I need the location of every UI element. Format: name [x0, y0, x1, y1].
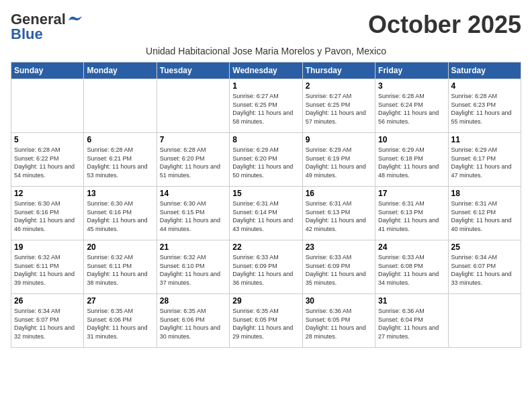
calendar-cell: 15Sunrise: 6:31 AM Sunset: 6:14 PM Dayli… [230, 187, 302, 240]
calendar-week-row: 12Sunrise: 6:30 AM Sunset: 6:16 PM Dayli… [11, 187, 521, 240]
calendar-week-row: 5Sunrise: 6:28 AM Sunset: 6:22 PM Daylig… [11, 133, 521, 187]
day-number: 14 [160, 189, 226, 198]
day-info: Sunrise: 6:32 AM Sunset: 6:11 PM Dayligh… [14, 253, 81, 287]
calendar-cell: 12Sunrise: 6:30 AM Sunset: 6:16 PM Dayli… [11, 187, 84, 240]
calendar-cell: 4Sunrise: 6:28 AM Sunset: 6:23 PM Daylig… [448, 79, 521, 133]
calendar-week-row: 19Sunrise: 6:32 AM Sunset: 6:11 PM Dayli… [11, 240, 521, 294]
calendar-header-row: SundayMondayTuesdayWednesdayThursdayFrid… [11, 62, 521, 79]
day-number: 1 [232, 81, 299, 91]
day-number: 15 [232, 189, 299, 198]
weekday-header: Monday [84, 62, 157, 79]
day-number: 22 [232, 242, 299, 252]
calendar-cell: 10Sunrise: 6:29 AM Sunset: 6:18 PM Dayli… [375, 133, 448, 187]
calendar-cell: 20Sunrise: 6:32 AM Sunset: 6:11 PM Dayli… [84, 240, 157, 294]
month-title: October 2025 [368, 11, 521, 39]
day-info: Sunrise: 6:27 AM Sunset: 6:25 PM Dayligh… [306, 92, 372, 126]
calendar-cell [84, 79, 157, 133]
calendar-cell: 11Sunrise: 6:29 AM Sunset: 6:17 PM Dayli… [448, 133, 521, 187]
day-info: Sunrise: 6:28 AM Sunset: 6:20 PM Dayligh… [160, 146, 226, 179]
day-number: 24 [378, 242, 445, 252]
calendar-cell: 26Sunrise: 6:34 AM Sunset: 6:07 PM Dayli… [11, 294, 84, 348]
day-info: Sunrise: 6:33 AM Sunset: 6:09 PM Dayligh… [306, 253, 372, 287]
calendar-cell: 16Sunrise: 6:31 AM Sunset: 6:13 PM Dayli… [302, 187, 375, 240]
calendar-cell: 25Sunrise: 6:34 AM Sunset: 6:07 PM Dayli… [448, 240, 521, 294]
day-info: Sunrise: 6:31 AM Sunset: 6:13 PM Dayligh… [378, 199, 445, 233]
day-number: 13 [87, 189, 153, 198]
calendar-cell: 2Sunrise: 6:27 AM Sunset: 6:25 PM Daylig… [302, 79, 375, 133]
day-info: Sunrise: 6:35 AM Sunset: 6:06 PM Dayligh… [160, 307, 226, 340]
day-info: Sunrise: 6:35 AM Sunset: 6:06 PM Dayligh… [87, 307, 153, 340]
calendar-cell: 30Sunrise: 6:36 AM Sunset: 6:05 PM Dayli… [302, 294, 375, 348]
day-info: Sunrise: 6:36 AM Sunset: 6:04 PM Dayligh… [378, 307, 445, 340]
day-number: 10 [378, 135, 445, 144]
day-info: Sunrise: 6:32 AM Sunset: 6:10 PM Dayligh… [160, 253, 226, 287]
calendar-cell: 28Sunrise: 6:35 AM Sunset: 6:06 PM Dayli… [157, 294, 229, 348]
day-number: 19 [14, 242, 81, 252]
weekday-header: Thursday [302, 62, 375, 79]
day-info: Sunrise: 6:29 AM Sunset: 6:18 PM Dayligh… [378, 146, 445, 179]
calendar-cell: 27Sunrise: 6:35 AM Sunset: 6:06 PM Dayli… [84, 294, 157, 348]
day-number: 4 [451, 81, 518, 91]
day-number: 28 [160, 296, 226, 306]
day-info: Sunrise: 6:31 AM Sunset: 6:13 PM Dayligh… [306, 199, 372, 233]
day-info: Sunrise: 6:34 AM Sunset: 6:07 PM Dayligh… [451, 253, 518, 287]
day-number: 29 [232, 296, 299, 306]
day-number: 11 [451, 135, 518, 144]
day-number: 25 [451, 242, 518, 252]
calendar-cell: 1Sunrise: 6:27 AM Sunset: 6:25 PM Daylig… [230, 79, 302, 133]
day-number: 2 [306, 81, 372, 91]
day-number: 21 [160, 242, 226, 252]
calendar-cell: 21Sunrise: 6:32 AM Sunset: 6:10 PM Dayli… [157, 240, 229, 294]
day-info: Sunrise: 6:34 AM Sunset: 6:07 PM Dayligh… [14, 307, 81, 340]
calendar-subtitle: Unidad Habitacional Jose Maria Morelos y… [11, 46, 521, 56]
calendar-cell: 7Sunrise: 6:28 AM Sunset: 6:20 PM Daylig… [157, 133, 229, 187]
weekday-header: Saturday [448, 62, 521, 79]
day-number: 8 [232, 135, 299, 144]
logo-bird-icon [67, 15, 82, 24]
day-info: Sunrise: 6:29 AM Sunset: 6:19 PM Dayligh… [306, 146, 372, 179]
day-number: 27 [87, 296, 153, 306]
day-number: 17 [378, 189, 445, 198]
calendar-cell: 23Sunrise: 6:33 AM Sunset: 6:09 PM Dayli… [302, 240, 375, 294]
day-number: 18 [451, 189, 518, 198]
calendar-table: SundayMondayTuesdayWednesdayThursdayFrid… [11, 62, 521, 348]
day-info: Sunrise: 6:30 AM Sunset: 6:15 PM Dayligh… [160, 199, 226, 233]
calendar-cell: 17Sunrise: 6:31 AM Sunset: 6:13 PM Dayli… [375, 187, 448, 240]
calendar-cell: 13Sunrise: 6:30 AM Sunset: 6:16 PM Dayli… [84, 187, 157, 240]
weekday-header: Sunday [11, 62, 84, 79]
day-info: Sunrise: 6:29 AM Sunset: 6:20 PM Dayligh… [232, 146, 299, 179]
calendar-week-row: 26Sunrise: 6:34 AM Sunset: 6:07 PM Dayli… [11, 294, 521, 348]
day-number: 7 [160, 135, 226, 144]
calendar-cell: 18Sunrise: 6:31 AM Sunset: 6:12 PM Dayli… [448, 187, 521, 240]
calendar-cell [157, 79, 229, 133]
day-number: 16 [306, 189, 372, 198]
day-info: Sunrise: 6:35 AM Sunset: 6:05 PM Dayligh… [232, 307, 299, 340]
day-info: Sunrise: 6:28 AM Sunset: 6:24 PM Dayligh… [378, 92, 445, 126]
weekday-header: Wednesday [230, 62, 302, 79]
day-info: Sunrise: 6:33 AM Sunset: 6:08 PM Dayligh… [378, 253, 445, 287]
day-info: Sunrise: 6:27 AM Sunset: 6:25 PM Dayligh… [232, 92, 299, 126]
day-info: Sunrise: 6:36 AM Sunset: 6:05 PM Dayligh… [306, 307, 372, 340]
weekday-header: Friday [375, 62, 448, 79]
calendar-cell: 3Sunrise: 6:28 AM Sunset: 6:24 PM Daylig… [375, 79, 448, 133]
day-number: 12 [14, 189, 81, 198]
day-info: Sunrise: 6:29 AM Sunset: 6:17 PM Dayligh… [451, 146, 518, 179]
day-number: 31 [378, 296, 445, 306]
calendar-cell: 19Sunrise: 6:32 AM Sunset: 6:11 PM Dayli… [11, 240, 84, 294]
day-number: 5 [14, 135, 81, 144]
day-number: 3 [378, 81, 445, 91]
weekday-header: Tuesday [157, 62, 229, 79]
calendar-cell: 9Sunrise: 6:29 AM Sunset: 6:19 PM Daylig… [302, 133, 375, 187]
day-number: 26 [14, 296, 81, 306]
day-number: 20 [87, 242, 153, 252]
calendar-cell: 24Sunrise: 6:33 AM Sunset: 6:08 PM Dayli… [375, 240, 448, 294]
day-info: Sunrise: 6:30 AM Sunset: 6:16 PM Dayligh… [14, 199, 81, 233]
day-info: Sunrise: 6:28 AM Sunset: 6:21 PM Dayligh… [87, 146, 153, 179]
day-info: Sunrise: 6:28 AM Sunset: 6:22 PM Dayligh… [14, 146, 81, 179]
calendar-cell: 31Sunrise: 6:36 AM Sunset: 6:04 PM Dayli… [375, 294, 448, 348]
day-info: Sunrise: 6:32 AM Sunset: 6:11 PM Dayligh… [87, 253, 153, 287]
calendar-cell: 29Sunrise: 6:35 AM Sunset: 6:05 PM Dayli… [230, 294, 302, 348]
calendar-cell: 8Sunrise: 6:29 AM Sunset: 6:20 PM Daylig… [230, 133, 302, 187]
calendar-cell [11, 79, 84, 133]
logo-blue: Blue [11, 26, 43, 43]
